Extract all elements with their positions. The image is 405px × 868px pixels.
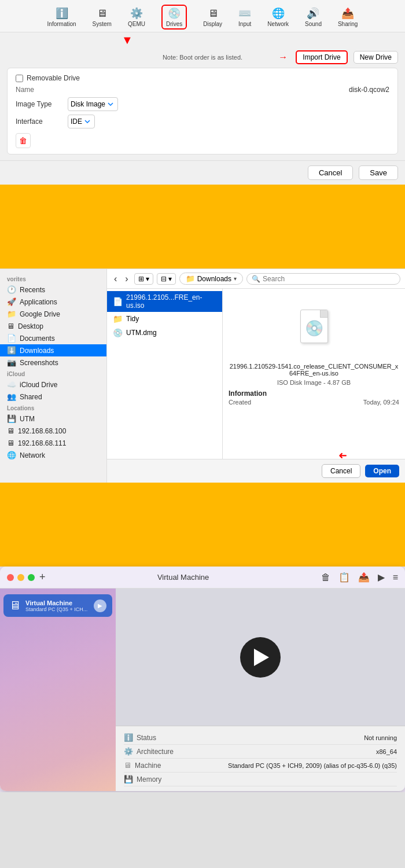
status-icon: ℹ️: [124, 733, 133, 742]
sidebar-item-icloud-drive[interactable]: ☁️ iCloud Drive: [0, 378, 106, 391]
add-vm-button[interactable]: +: [39, 571, 46, 583]
traffic-light-yellow[interactable]: [17, 574, 24, 581]
location-folder-icon: 📁: [186, 274, 195, 283]
toolbar-item-sound[interactable]: 🔊 Sound: [305, 7, 322, 27]
location-pill: 📁 Downloads ▾: [179, 273, 243, 285]
network-loc-icon: 🌐: [7, 451, 16, 459]
vm-list-item[interactable]: 🖥 Virtual Machine Standard PC (Q35 + ICH…: [3, 594, 112, 617]
traffic-light-red[interactable]: [7, 574, 14, 581]
sidebar-item-google-drive[interactable]: 📁 Google Drive: [0, 308, 106, 320]
vm-sidebar: 🖥 Virtual Machine Standard PC (Q35 + ICH…: [0, 589, 116, 791]
icloud-section-label: iCloud: [0, 369, 106, 378]
sidebar-label-screenshots: Screenshots: [20, 359, 58, 367]
interface-row: Interface IDE: [16, 115, 389, 128]
sidebar-item-documents[interactable]: 📄 Documents: [0, 332, 106, 344]
sidebar-item-screenshots[interactable]: 📷 Screenshots: [0, 356, 106, 369]
drives-icon: 💿: [168, 7, 181, 20]
toolbar-item-information[interactable]: ℹ️ Information: [47, 7, 76, 27]
vm-menu-button[interactable]: ≡: [393, 572, 398, 583]
file-open-dialog-wrapper: vorites 🕐 Recents 🚀 Applications 📁 Googl…: [0, 269, 405, 483]
cancel-button[interactable]: Cancel: [308, 165, 353, 180]
sidebar-item-desktop[interactable]: 🖥 Desktop: [0, 320, 106, 332]
drives-arrow: ▼: [122, 34, 133, 47]
toolbar-item-network[interactable]: 🌐 Network: [267, 7, 289, 27]
drives-dialog-body: Removable Drive Name disk-0.qcow2 Image …: [7, 68, 398, 155]
created-value: Today, 09:24: [363, 399, 399, 406]
sidebar-item-recents[interactable]: 🕐 Recents: [0, 284, 106, 296]
vm-play-button[interactable]: ▶: [378, 572, 385, 583]
created-label: Created: [229, 399, 251, 406]
interface-select[interactable]: IDE: [68, 115, 95, 128]
toolbar: ℹ️ Information 🖥 System ⚙️ QEMU 💿 Drives…: [0, 0, 405, 32]
traffic-light-green[interactable]: [28, 574, 35, 581]
back-button[interactable]: ‹: [112, 274, 119, 284]
grid-view-button[interactable]: ⊟ ▾: [157, 273, 176, 285]
column-view-chevron: ▾: [146, 275, 149, 283]
save-button[interactable]: Save: [359, 165, 398, 180]
input-icon: ⌨️: [238, 7, 251, 20]
sidebar-item-utm[interactable]: 💾 UTM: [0, 413, 106, 425]
import-drive-button[interactable]: Import Drive: [296, 50, 347, 64]
image-type-select[interactable]: Disk Image: [68, 97, 118, 111]
sidebar-item-downloads[interactable]: ⬇️ Downloads: [0, 344, 106, 356]
removable-drive-checkbox[interactable]: [16, 75, 23, 82]
toolbar-item-input[interactable]: ⌨️ Input: [238, 7, 251, 27]
vm-architecture-label: ⚙️ Architecture: [124, 747, 174, 756]
applications-icon: 🚀: [7, 297, 16, 306]
vm-item-sublabel: Standard PC (Q35 + ICH...: [25, 606, 87, 612]
ip1-icon: 🖥: [7, 426, 14, 435]
column-view-button[interactable]: ⊞ ▾: [134, 273, 153, 285]
sidebar-item-ip1[interactable]: 🖥 192.168.68.100: [0, 425, 106, 437]
shared-icon: 👥: [7, 392, 16, 401]
sidebar-item-applications[interactable]: 🚀 Applications: [0, 296, 106, 308]
toolbar-item-display[interactable]: 🖥 Display: [203, 8, 222, 27]
file-item-iso[interactable]: 📄 21996.1.2105...FRE_en-us.iso: [107, 291, 222, 312]
interface-select-wrapper: IDE: [68, 115, 389, 128]
vm-play-area[interactable]: [116, 589, 405, 726]
sidebar-label-ip1: 192.168.68.100: [18, 427, 66, 435]
forward-button[interactable]: ›: [123, 274, 130, 284]
toolbar-label-sharing: Sharing: [338, 21, 358, 27]
vm-delete-button[interactable]: 🗑: [321, 572, 330, 583]
memory-icon: 💾: [124, 775, 133, 784]
vm-share-button[interactable]: 📤: [358, 572, 370, 583]
dialog-footer: Cancel Save: [0, 160, 405, 185]
toolbar-label-system: System: [93, 21, 112, 27]
file-list: 📄 21996.1.2105...FRE_en-us.iso 📁 Tidy 💿 …: [107, 289, 223, 459]
display-icon: 🖥: [208, 8, 218, 20]
vm-window-title: Virtual Machine: [50, 573, 316, 582]
sidebar-item-ip2[interactable]: 🖥 192.168.68.111: [0, 437, 106, 449]
name-field-label: Name: [16, 86, 34, 94]
name-field-value: disk-0.qcow2: [349, 86, 389, 94]
sidebar-label-applications: Applications: [20, 298, 57, 306]
delete-drive-button[interactable]: 🗑: [16, 133, 31, 148]
vm-machine-row: 🖥 Machine Standard PC (Q35 + ICH9, 2009)…: [124, 759, 397, 773]
architecture-icon: ⚙️: [124, 747, 133, 756]
toolbar-item-system[interactable]: 🖥 System: [93, 8, 112, 27]
file-doc-icon: 💿: [300, 310, 328, 343]
sidebar-item-network[interactable]: 🌐 Network: [0, 449, 106, 461]
file-toolbar: ‹ › ⊞ ▾ ⊟ ▾ 📁 Downloads ▾ 🔍: [107, 269, 405, 289]
vm-play-circle[interactable]: ▶: [94, 599, 106, 612]
toolbar-item-qemu[interactable]: ⚙️ QEMU: [128, 7, 145, 27]
file-item-tidy[interactable]: 📁 Tidy: [107, 312, 222, 326]
name-row: Name disk-0.qcow2: [16, 86, 389, 94]
machine-value: Standard PC (Q35 + ICH9, 2009) (alias of…: [228, 762, 397, 769]
new-drive-button[interactable]: New Drive: [354, 51, 398, 64]
search-input[interactable]: [263, 275, 395, 283]
status-value: Not running: [364, 734, 397, 741]
vm-play-btn-large[interactable]: [240, 637, 281, 678]
vm-clone-button[interactable]: 📋: [338, 572, 350, 583]
toolbar-item-sharing[interactable]: 📤 Sharing: [338, 7, 358, 27]
sidebar-item-shared[interactable]: 👥 Shared: [0, 391, 106, 403]
file-open-button[interactable]: Open: [365, 465, 399, 477]
sidebar-label-google-drive: Google Drive: [20, 310, 60, 318]
file-cancel-button[interactable]: Cancel: [322, 464, 360, 478]
file-item-utm-dmg[interactable]: 💿 UTM.dmg: [107, 326, 222, 340]
utm-icon: 💾: [7, 414, 16, 423]
tidy-folder-name: Tidy: [126, 315, 139, 323]
toolbar-item-drives[interactable]: 💿 Drives: [161, 5, 187, 30]
boot-order-note: Note: Boot order is as listed.: [163, 54, 242, 61]
location-dropdown-icon: ▾: [234, 275, 237, 282]
toolbar-label-display: Display: [203, 21, 222, 27]
